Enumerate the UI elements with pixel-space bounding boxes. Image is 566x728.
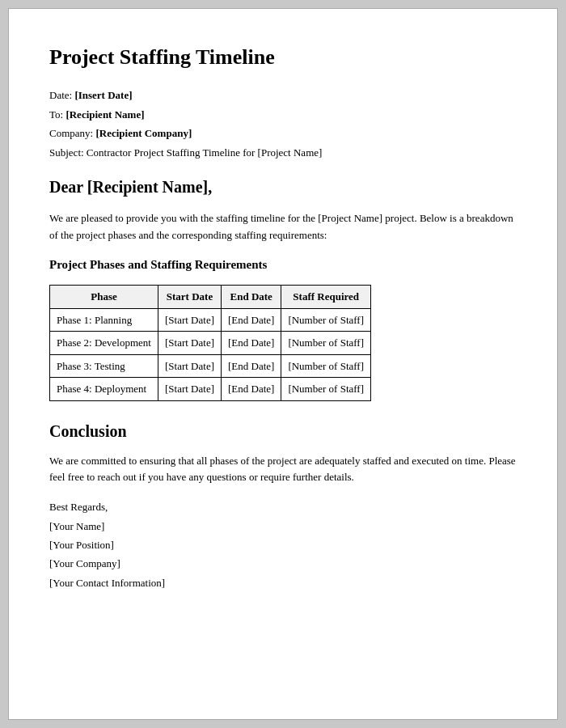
date-label: Date: <box>49 89 72 101</box>
company-value: [Recipient Company] <box>95 127 192 139</box>
col-phase: Phase <box>50 286 158 309</box>
table-cell: [Number of Staff] <box>281 332 371 355</box>
to-value: [Recipient Name] <box>65 108 144 121</box>
signature-block: Best Regards, [Your Name] [Your Position… <box>49 497 517 592</box>
table-cell: Phase 3: Testing <box>50 354 158 378</box>
document-page: Project Staffing Timeline Date: [Insert … <box>8 8 558 720</box>
table-cell: [Start Date] <box>158 308 221 332</box>
table-cell: Phase 1: Planning <box>50 308 158 332</box>
conclusion-heading: Conclusion <box>49 419 517 443</box>
staffing-table: Phase Start Date End Date Staff Required… <box>49 285 371 401</box>
table-cell: [Start Date] <box>158 332 221 355</box>
table-cell: [Start Date] <box>158 354 221 378</box>
meta-to: To: [Recipient Name] <box>49 107 517 123</box>
col-start-date: Start Date <box>158 286 221 309</box>
company-label: Company: <box>49 127 93 139</box>
salutation: Dear [Recipient Name], <box>49 175 517 199</box>
meta-company: Company: [Recipient Company] <box>49 125 517 142</box>
subject-value: Contractor Project Staffing Timeline for… <box>87 146 322 159</box>
date-value: [Insert Date] <box>74 89 132 101</box>
meta-subject: Subject: Contractor Project Staffing Tim… <box>49 145 517 161</box>
signature-regards: Best Regards, <box>49 497 517 516</box>
table-header-row: Phase Start Date End Date Staff Required <box>50 286 371 309</box>
signature-company: [Your Company] <box>49 554 517 573</box>
subject-label: Subject: <box>49 146 84 159</box>
document-title: Project Staffing Timeline <box>49 41 517 73</box>
to-label: To: <box>49 108 63 121</box>
table-cell: [End Date] <box>222 308 281 332</box>
table-row: Phase 2: Development[Start Date][End Dat… <box>50 332 371 355</box>
table-cell: Phase 2: Development <box>50 332 158 355</box>
signature-contact: [Your Contact Information] <box>49 574 517 592</box>
table-cell: [End Date] <box>222 354 281 378</box>
intro-paragraph: We are pleased to provide you with the s… <box>49 210 517 244</box>
table-cell: Phase 4: Deployment <box>50 378 158 401</box>
table-cell: [Number of Staff] <box>281 378 371 401</box>
table-cell: [Start Date] <box>158 378 221 401</box>
table-cell: [Number of Staff] <box>281 308 371 332</box>
table-row: Phase 3: Testing[Start Date][End Date][N… <box>50 354 371 378</box>
signature-position: [Your Position] <box>49 535 517 554</box>
table-cell: [End Date] <box>222 332 281 355</box>
col-end-date: End Date <box>222 286 281 309</box>
table-row: Phase 1: Planning[Start Date][End Date][… <box>50 308 371 332</box>
col-staff-required: Staff Required <box>281 286 371 309</box>
table-cell: [End Date] <box>222 378 281 401</box>
table-section-heading: Project Phases and Staffing Requirements <box>49 256 517 274</box>
table-row: Phase 4: Deployment[Start Date][End Date… <box>50 378 371 401</box>
table-cell: [Number of Staff] <box>281 354 371 378</box>
signature-name: [Your Name] <box>49 517 517 535</box>
meta-date: Date: [Insert Date] <box>49 87 517 104</box>
conclusion-paragraph: We are committed to ensuring that all ph… <box>49 453 517 487</box>
